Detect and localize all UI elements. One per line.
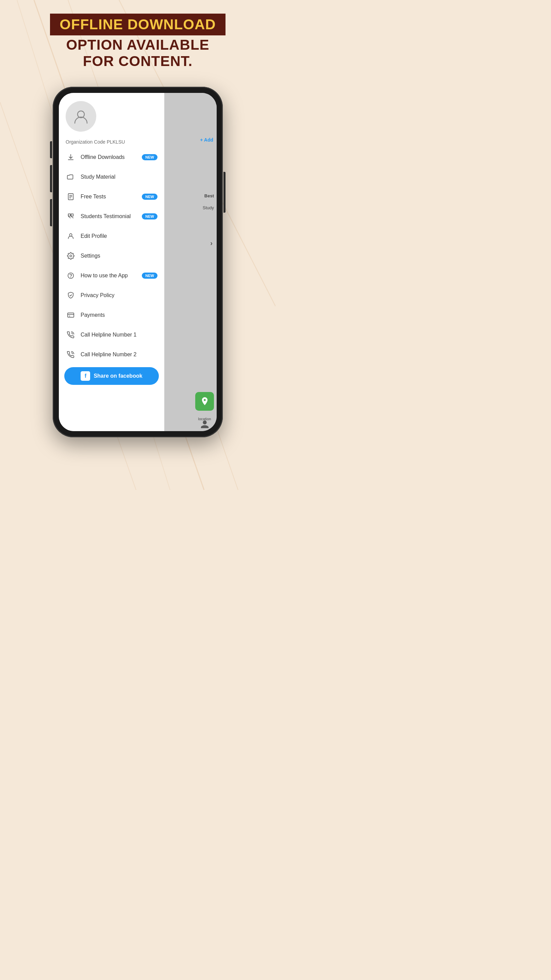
study-material-label: Study Material (81, 174, 157, 180)
header-section: OFFLINE DOWNLOAD OPTION AVAILABLE FOR CO… (0, 0, 275, 76)
phone-button-vol-down (50, 199, 52, 226)
menu-list: Offline Downloads NEW Study Material (59, 147, 164, 364)
menu-drawer: Organization Code PLKLSU Offline Downloa… (59, 93, 164, 431)
bg-text2: Study (203, 205, 214, 210)
svg-point-11 (70, 255, 72, 257)
menu-item-helpline-1[interactable]: Call Helpline Number 1 (59, 325, 164, 345)
phone-icon-1 (66, 330, 76, 340)
help-icon (66, 270, 76, 281)
phone-button-mute (50, 141, 52, 158)
phone-screen: Organization Code PLKLSU Offline Downloa… (59, 93, 217, 431)
menu-item-edit-profile[interactable]: Edit Profile (59, 226, 164, 246)
how-to-use-badge: NEW (142, 272, 157, 279)
settings-label: Settings (81, 253, 157, 259)
phone-icon-2 (66, 350, 76, 360)
menu-item-offline-downloads[interactable]: Offline Downloads NEW (59, 147, 164, 167)
helpline-2-label: Call Helpline Number 2 (81, 352, 157, 358)
menu-item-study-material[interactable]: Study Material (59, 167, 164, 187)
students-testimonial-badge: NEW (142, 213, 157, 220)
helpline-1-label: Call Helpline Number 1 (81, 332, 157, 338)
bg-add-button: + Add (200, 137, 213, 143)
gear-icon (66, 251, 76, 261)
menu-item-free-tests[interactable]: Free Tests NEW (59, 187, 164, 207)
bg-text1: Best (205, 193, 214, 198)
user-icon (66, 231, 76, 241)
phone-mockup: Organization Code PLKLSU Offline Downloa… (0, 87, 275, 437)
offline-downloads-badge: NEW (142, 154, 157, 160)
phone-button-power (224, 172, 225, 213)
shield-icon (66, 290, 76, 301)
background-app: + Add Best Study › location (164, 93, 217, 431)
payments-label: Payments (81, 312, 157, 318)
free-tests-badge: NEW (142, 194, 157, 200)
svg-point-10 (69, 234, 72, 236)
phone-button-vol-up (50, 165, 52, 192)
avatar (66, 101, 96, 132)
download-icon (66, 152, 76, 162)
menu-item-helpline-2[interactable]: Call Helpline Number 2 (59, 345, 164, 364)
privacy-policy-label: Privacy Policy (81, 292, 157, 298)
facebook-share-button[interactable]: f Share on facebook (64, 367, 159, 385)
title-subtitle: OPTION AVAILABLE FOR CONTENT. (10, 37, 265, 70)
menu-item-privacy-policy[interactable]: Privacy Policy (59, 285, 164, 305)
bg-arrow-icon: › (210, 239, 213, 247)
menu-item-students-testimonial[interactable]: Students Testimonial NEW (59, 207, 164, 226)
menu-item-settings[interactable]: Settings (59, 246, 164, 266)
how-to-use-label: How to use the App (81, 272, 140, 279)
menu-item-how-to-use[interactable]: How to use the App NEW (59, 266, 164, 285)
students-testimonial-label: Students Testimonial (81, 213, 140, 220)
facebook-label: Share on facebook (94, 373, 142, 379)
svg-point-13 (71, 277, 71, 277)
card-icon (66, 310, 76, 320)
free-tests-label: Free Tests (81, 194, 140, 200)
org-code: Organization Code PLKLSU (59, 135, 164, 147)
title-highlight: OFFLINE DOWNLOAD (50, 14, 225, 35)
facebook-icon: f (81, 371, 90, 381)
avatar-container (59, 93, 164, 135)
quote-icon (66, 211, 76, 221)
svg-rect-14 (68, 313, 74, 317)
bg-location-icon (195, 392, 214, 411)
edit-profile-label: Edit Profile (81, 233, 157, 239)
document-icon (66, 192, 76, 202)
menu-item-payments[interactable]: Payments (59, 305, 164, 325)
offline-downloads-label: Offline Downloads (81, 154, 140, 160)
bg-person-icon (195, 419, 214, 430)
folder-icon (66, 172, 76, 182)
